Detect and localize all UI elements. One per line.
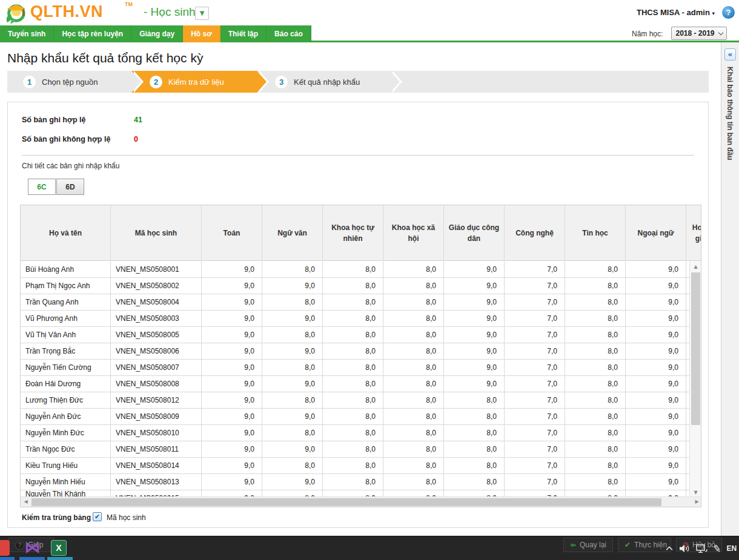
- step-2-label: Kiểm tra dữ liệu: [168, 77, 224, 87]
- table-row: Vũ Thị Vân AnhVNEN_MS05080059,08,08,08,0…: [21, 327, 701, 343]
- student-name-cell: Nguyễn Anh Đức: [21, 409, 111, 424]
- scroll-right-icon[interactable]: ▶: [692, 497, 701, 507]
- score-cell: 8,0: [383, 458, 444, 473]
- valid-records-value: 41: [134, 116, 142, 124]
- scroll-left-icon[interactable]: ◀: [21, 497, 31, 507]
- wizard-step-1[interactable]: 1 Chọn tệp nguồn: [7, 71, 131, 93]
- wizard-step-2[interactable]: 2 Kiểm tra dữ liệu: [131, 71, 257, 93]
- help-button[interactable]: ?: [722, 6, 735, 19]
- collapse-panel-button[interactable]: «: [724, 48, 736, 61]
- excel-icon[interactable]: X: [51, 540, 67, 556]
- score-cell: 8,0: [444, 458, 505, 473]
- nav-tab-hoc-tap-ren-luyen[interactable]: Học tập rèn luyện: [54, 25, 131, 42]
- score-cell: 9,0: [262, 409, 323, 424]
- score-cell: 7,0: [505, 327, 565, 343]
- table-row: Trần Trọng BắcVNEN_MS05080069,09,08,08,0…: [21, 343, 701, 360]
- red-app-icon[interactable]: [0, 540, 10, 556]
- language-indicator[interactable]: EN: [726, 544, 737, 553]
- side-panel-label: Khai báo thông tin ban đầu: [726, 67, 734, 160]
- score-cell: 9,0: [626, 360, 686, 375]
- visual-studio-icon[interactable]: ⋈: [24, 539, 41, 556]
- duplicate-check-checkbox[interactable]: ✔: [93, 512, 102, 521]
- score-cell: 8,0: [323, 262, 383, 277]
- nav-tab-ho-so[interactable]: Hồ sơ: [183, 25, 220, 42]
- score-cell: 8,0: [262, 294, 323, 310]
- nav-tab-giang-day[interactable]: Giảng dạy: [131, 25, 183, 42]
- class-tab-6d[interactable]: 6D: [56, 179, 84, 195]
- student-code-cell: VNEN_MS0508012: [111, 392, 202, 408]
- pen-input-icon[interactable]: ✎: [712, 542, 722, 555]
- student-name-cell: Đoàn Hải Dương: [21, 376, 111, 392]
- score-cell: 9,0: [626, 262, 686, 277]
- score-cell: 7,0: [505, 392, 565, 408]
- score-cell: 7,0: [505, 425, 565, 441]
- score-cell: 8,0: [444, 409, 505, 424]
- school-year-label: Năm học:: [632, 30, 663, 38]
- nav-tab-bao-cao[interactable]: Báo cáo: [267, 25, 311, 42]
- wizard-steps: 1 Chọn tệp nguồn 2 Kiểm tra dữ liệu 3 Kế…: [7, 71, 709, 93]
- score-cell: 8,0: [444, 441, 505, 457]
- account-menu[interactable]: THCS MISA - admin ▾: [630, 8, 715, 17]
- tray-expand-icon[interactable]: [665, 545, 674, 552]
- network-icon[interactable]: [696, 544, 708, 553]
- right-side-panel: « Khai báo thông tin ban đầu: [721, 42, 739, 536]
- application-window: QLTH.VN TM - Học sinh ▼ THCS MISA - admi…: [0, 0, 739, 560]
- school-year-dropdown[interactable]: 2018 - 2019: [671, 27, 727, 40]
- step-1-label: Chọn tệp nguồn: [42, 77, 98, 87]
- score-cell: 8,0: [323, 409, 383, 424]
- scroll-up-icon[interactable]: ▲: [690, 262, 701, 272]
- score-cell: 9,0: [202, 262, 262, 277]
- student-code-cell: VNEN_MS0508007: [111, 360, 202, 375]
- student-code-cell: VNEN_MS0508014: [111, 458, 202, 473]
- back-button[interactable]: Quay lại: [563, 538, 613, 552]
- score-cell: 8,0: [323, 327, 383, 343]
- score-cell: 9,0: [202, 441, 262, 457]
- execute-button[interactable]: ✔ Thực hiện: [618, 538, 671, 552]
- score-cell: 8,0: [565, 409, 626, 424]
- score-cell: 9,0: [202, 376, 262, 392]
- divider: [22, 155, 694, 156]
- horizontal-scroll-thumb[interactable]: [31, 498, 661, 506]
- score-cell: 9,0: [626, 327, 686, 343]
- student-name-cell: Bùi Hoàng Anh: [21, 262, 111, 277]
- app-header: QLTH.VN TM - Học sinh ▼ THCS MISA - admi…: [0, 0, 739, 25]
- student-code-cell: VNEN_MS0508010: [111, 425, 202, 441]
- score-cell: 8,0: [565, 360, 626, 375]
- score-cell: 8,0: [444, 425, 505, 441]
- student-code-cell: VNEN_MS0508011: [111, 441, 202, 457]
- score-cell: 9,0: [626, 458, 686, 473]
- column-header: Giáo dục công dân: [444, 205, 505, 261]
- score-cell: 7,0: [505, 458, 565, 473]
- wizard-step-3[interactable]: 3 Kết quả nhập khẩu: [257, 71, 390, 93]
- student-name-cell: Nguyễn Minh Đức: [21, 425, 111, 441]
- class-tab-6c[interactable]: 6C: [28, 179, 56, 195]
- score-cell: 9,0: [626, 441, 686, 457]
- vertical-scroll-thumb[interactable]: [691, 272, 700, 425]
- main-navigation: Tuyển sinh Học tập rèn luyện Giảng dạy H…: [0, 25, 311, 42]
- score-cell: 8,0: [383, 474, 444, 490]
- score-cell: 9,0: [202, 278, 262, 294]
- score-cell: 8,0: [262, 425, 323, 441]
- back-button-label: Quay lại: [580, 541, 606, 549]
- score-cell: 9,0: [444, 294, 505, 310]
- score-cell: 9,0: [262, 311, 323, 326]
- student-name-cell: Trần Trọng Bắc: [21, 343, 111, 359]
- horizontal-scrollbar[interactable]: ◀ ▶: [21, 496, 701, 507]
- score-cell: 9,0: [626, 294, 686, 310]
- score-cell: 8,0: [262, 262, 323, 277]
- student-code-cell: VNEN_MS0508008: [111, 376, 202, 392]
- table-row: Trần Ngọc ĐứcVNEN_MS05080119,09,08,08,08…: [21, 441, 701, 458]
- table-row: Nguyễn Tiến CườngVNEN_MS05080079,08,08,0…: [21, 360, 701, 376]
- column-header: Hoạt động giáo dục: [686, 205, 701, 261]
- nav-tab-thiet-lap[interactable]: Thiết lập: [220, 25, 267, 42]
- score-cell: 7,0: [505, 376, 565, 392]
- score-cell: 7,0: [505, 474, 565, 490]
- score-cell: 8,0: [565, 392, 626, 408]
- module-dropdown-button[interactable]: ▼: [195, 7, 209, 20]
- volume-icon[interactable]: [679, 544, 691, 553]
- step-1-number: 1: [23, 76, 36, 88]
- student-code-cell: VNEN_MS0508001: [111, 262, 202, 277]
- vertical-scrollbar[interactable]: ▲ ▼: [689, 262, 701, 498]
- nav-tab-tuyen-sinh[interactable]: Tuyển sinh: [0, 25, 54, 42]
- score-cell: 8,0: [565, 474, 626, 490]
